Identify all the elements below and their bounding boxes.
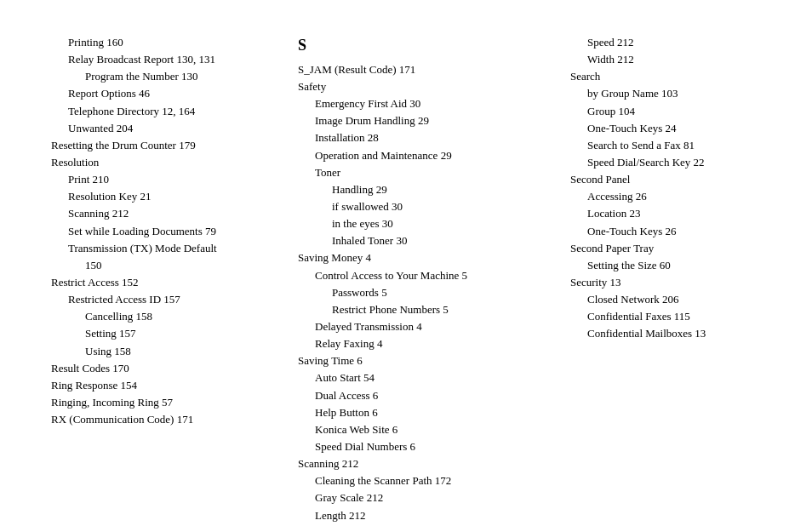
- list-item: Accessing 26: [570, 188, 783, 205]
- list-item: Help Button 6: [298, 404, 562, 421]
- list-item: RX (Communication Code) 171: [51, 411, 289, 428]
- list-item: Saving Money 4: [298, 249, 562, 266]
- list-item: Saving Time 6: [298, 352, 562, 369]
- list-item: 150: [51, 257, 289, 274]
- list-item: Second Paper Tray: [570, 240, 783, 257]
- list-item: Control Access to Your Machine 5: [298, 267, 562, 284]
- list-item: Confidential Faxes 115: [570, 308, 783, 325]
- list-item: Using 158: [51, 343, 289, 360]
- list-item: Second Panel: [570, 171, 783, 188]
- list-item: Relay Broadcast Report 130, 131: [51, 51, 289, 68]
- list-item: Search: [570, 68, 783, 85]
- list-item: One-Touch Keys 24: [570, 120, 783, 137]
- list-item: Auto Start 54: [298, 369, 562, 386]
- columns: Printing 160Relay Broadcast Report 130, …: [51, 34, 769, 526]
- list-item: S_JAM (Result Code) 171: [298, 61, 562, 78]
- list-item: Scanning 212: [298, 455, 562, 472]
- list-item: Handling 29: [298, 181, 562, 198]
- list-item: Printing 160: [51, 34, 289, 51]
- list-item: Toner: [298, 164, 562, 181]
- list-item: Cleaning the Scanner Path 172: [298, 472, 562, 489]
- list-item: Resolution Key 21: [51, 188, 289, 205]
- list-item: Search to Send a Fax 81: [570, 137, 783, 154]
- list-item: One-Touch Keys 26: [570, 223, 783, 240]
- list-item: if swallowed 30: [298, 198, 562, 215]
- list-item: Length 212: [298, 507, 562, 524]
- right-column: Speed 212Width 212Searchby Group Name 10…: [570, 34, 792, 526]
- list-item: Confidential Mailboxes 13: [570, 325, 783, 342]
- list-item: Dual Access 6: [298, 387, 562, 404]
- list-item: Passwords 5: [298, 284, 562, 301]
- list-item: Report Options 46: [51, 85, 289, 102]
- list-item: Cancelling 158: [51, 308, 289, 325]
- list-item: Speed 212: [570, 34, 783, 51]
- list-item: Restricted Access ID 157: [51, 291, 289, 308]
- list-item: Ringing, Incoming Ring 57: [51, 394, 289, 411]
- list-item: Closed Network 206: [570, 291, 783, 308]
- list-item: Delayed Transmission 4: [298, 318, 562, 335]
- list-item: Safety: [298, 78, 562, 95]
- mid-column: SS_JAM (Result Code) 171SafetyEmergency …: [298, 34, 570, 526]
- list-item: Scanning 212: [51, 205, 289, 222]
- list-item: Image Drum Handling 29: [298, 112, 562, 129]
- list-item: Speed Dial/Search Key 22: [570, 154, 783, 171]
- list-item: Resetting the Drum Counter 179: [51, 137, 289, 154]
- list-item: Program the Number 130: [51, 68, 289, 85]
- list-item: Security 13: [570, 274, 783, 291]
- list-item: Restrict Phone Numbers 5: [298, 301, 562, 318]
- list-item: Ring Response 154: [51, 377, 289, 394]
- list-item: Setting 157: [51, 325, 289, 342]
- list-item: Relay Faxing 4: [298, 335, 562, 352]
- list-item: Set while Loading Documents 79: [51, 223, 289, 240]
- list-item: Unwanted 204: [51, 120, 289, 137]
- list-item: Setting the Size 60: [570, 257, 783, 274]
- list-item: Telephone Directory 12, 164: [51, 103, 289, 120]
- list-item: by Group Name 103: [570, 85, 783, 102]
- list-item: Emergency First Aid 30: [298, 95, 562, 112]
- list-item: Location 23: [570, 205, 783, 222]
- list-item: Gray Scale 212: [298, 489, 562, 506]
- list-item: Inhaled Toner 30: [298, 232, 562, 249]
- list-item: Group 104: [570, 103, 783, 120]
- left-column: Printing 160Relay Broadcast Report 130, …: [51, 34, 298, 526]
- section-letter: S: [298, 34, 562, 58]
- list-item: Print 210: [51, 171, 289, 188]
- list-item: Installation 28: [298, 129, 562, 146]
- page: Printing 160Relay Broadcast Report 130, …: [0, 0, 812, 526]
- list-item: Restrict Access 152: [51, 274, 289, 291]
- list-item: in the eyes 30: [298, 215, 562, 232]
- list-item: Width 212: [570, 51, 783, 68]
- list-item: Result Codes 170: [51, 360, 289, 377]
- list-item: Resolution: [51, 154, 289, 171]
- list-item: Transmission (TX) Mode Default: [51, 240, 289, 257]
- list-item: Operation and Maintenance 29: [298, 147, 562, 164]
- list-item: Speed Dial Numbers 6: [298, 438, 562, 455]
- list-item: Konica Web Site 6: [298, 421, 562, 438]
